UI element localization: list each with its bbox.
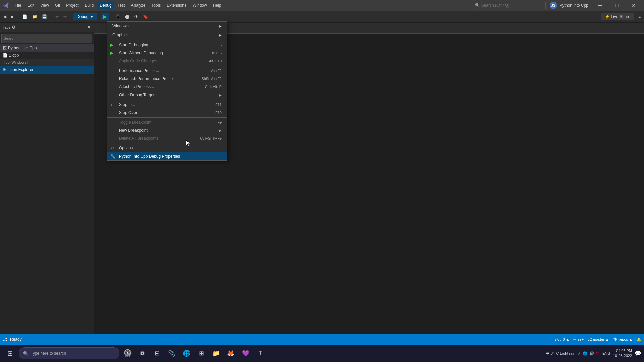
step-into-shortcut: F11	[215, 103, 222, 107]
window-controls: ─ □ ✕	[592, 0, 641, 11]
menu-item-relaunch-profiler[interactable]: Relaunch Performance Profiler Shift+Alt+…	[107, 75, 227, 83]
menu-item-debug-properties[interactable]: 🔧 Python into Cpp Debug Properties	[107, 152, 227, 160]
taskbar-icon-files[interactable]: 📁	[209, 346, 223, 361]
start-button[interactable]: ⊞	[3, 346, 17, 361]
menu-item-step-over[interactable]: → Step Over F10	[107, 109, 227, 117]
menu-item-delete-breakpoints[interactable]: Delete All Breakpoints Ctrl+Shift+F9	[107, 134, 227, 142]
taskbar-firefox-icon: 🦊	[227, 350, 234, 357]
menu-item-toggle-breakpoint[interactable]: Toggle Breakpoint F9	[107, 118, 227, 126]
taskbar: ⊞ 🔍 Type here to search 🎡 ⧉ ⊟ 📎 🌐 ⊞ 📁 🦊 …	[0, 345, 644, 362]
menu-item-step-into[interactable]: ↓ Step Into F11	[107, 101, 227, 109]
toggle-breakpoint-label: Toggle Breakpoint	[119, 120, 151, 125]
taskbar-icon-firefox[interactable]: 🦊	[224, 346, 237, 361]
menu-windows-label: Windows	[112, 24, 129, 28]
menu-graphics-arrow: ▶	[219, 33, 222, 37]
search-box[interactable]: 🔍	[472, 2, 546, 9]
taskbar-icon-purple[interactable]: 💜	[239, 346, 252, 361]
taskbar-icon-2-img: ⊟	[155, 350, 160, 357]
options-label: Options...	[119, 146, 136, 150]
menu-help[interactable]: Help	[210, 2, 224, 9]
attach-process-shortcut: Ctrl+Alt+P	[205, 85, 222, 89]
system-tray-icons: ∧ 🌐 🔊 🛡	[578, 351, 600, 356]
menu-item-options[interactable]: ⚙ Options...	[107, 144, 227, 152]
menu-tools[interactable]: Tools	[149, 2, 163, 9]
menu-item-start-without-debugging[interactable]: ▶ Start Without Debugging Ctrl+F5	[107, 49, 227, 57]
taskbar-search-box[interactable]: 🔍 Type here to search	[19, 347, 119, 359]
profile-badge[interactable]: JS	[550, 2, 557, 9]
menu-debug[interactable]: Debug	[97, 2, 114, 9]
solution-name: Python into Cpp	[560, 3, 588, 8]
menu-item-new-breakpoint[interactable]: New Breakpoint ▶	[107, 126, 227, 134]
relaunch-profiler-shortcut: Shift+Alt+F2	[201, 77, 222, 81]
menu-file[interactable]: File	[12, 2, 24, 9]
taskbar-right: 🌦 34°C Light rain ∧ 🌐 🔊 🛡 ENG 04:06 PM 1…	[546, 348, 641, 359]
relaunch-profiler-label: Relaunch Performance Profiler	[119, 76, 174, 81]
debug-properties-icon: 🔧	[110, 154, 115, 159]
taskbar-chrome-icon: 🌐	[183, 350, 190, 357]
maximize-button[interactable]: □	[609, 0, 625, 11]
menu-bar: File Edit View Git Project Build Debug T…	[12, 2, 471, 9]
menu-test[interactable]: Test	[115, 2, 128, 9]
new-breakpoint-label: New Breakpoint	[119, 128, 148, 133]
menu-item-graphics[interactable]: Graphics ▶	[107, 31, 227, 39]
taskbar-icon-text[interactable]: T	[254, 346, 267, 361]
delete-breakpoints-label: Delete All Breakpoints	[119, 136, 158, 141]
tray-chevron[interactable]: ∧	[578, 351, 581, 356]
menu-item-attach-process[interactable]: Attach to Process... Ctrl+Alt+P	[107, 83, 227, 91]
notifications-button[interactable]: 💬	[635, 350, 641, 357]
tray-shield-icon[interactable]: 🛡	[596, 351, 600, 355]
apply-code-changes-shortcut: Alt+F10	[209, 59, 222, 63]
tray-volume-icon[interactable]: 🔊	[589, 351, 594, 356]
taskbar-icon-vs[interactable]: 📎	[165, 346, 178, 361]
tray-network-icon[interactable]: 🌐	[583, 351, 587, 356]
menu-analyze[interactable]: Analyze	[128, 2, 148, 9]
taskbar-task-view[interactable]: ⧉	[136, 346, 149, 361]
taskbar-icon-chrome[interactable]: 🌐	[180, 346, 193, 361]
menu-graphics-label: Graphics	[112, 33, 128, 37]
windows-logo-icon: ⊞	[7, 349, 13, 357]
toggle-breakpoint-shortcut: F9	[217, 120, 222, 124]
delete-breakpoints-shortcut: Ctrl+Shift+F9	[200, 136, 222, 140]
apply-code-changes-label: Apply Code Changes	[119, 59, 157, 63]
menu-edit[interactable]: Edit	[24, 2, 37, 9]
taskbar-icon-2[interactable]: ⊟	[150, 346, 164, 361]
new-breakpoint-arrow: ▶	[219, 129, 222, 132]
dropdown-overlay: Windows ▶ Graphics ▶ ▶ Start Debugging F…	[0, 11, 644, 345]
menu-item-start-debugging[interactable]: ▶ Start Debugging F5	[107, 41, 227, 49]
close-button[interactable]: ✕	[626, 0, 641, 11]
taskbar-icon-apps[interactable]: ⊞	[195, 346, 208, 361]
menu-item-apply-code-changes[interactable]: Apply Code Changes Alt+F10	[107, 57, 227, 65]
start-without-debugging-icon: ▶	[110, 51, 113, 55]
search-input[interactable]	[481, 3, 542, 8]
menu-item-windows[interactable]: Windows ▶	[107, 22, 227, 31]
task-view-icon: ⧉	[140, 350, 145, 357]
step-over-label: Step Over	[119, 110, 137, 115]
taskbar-text-icon: T	[259, 350, 262, 357]
taskbar-weather[interactable]: 🌦 34°C Light rain	[546, 351, 575, 355]
taskbar-clock[interactable]: 04:06 PM 16-08-2022	[613, 348, 632, 359]
minimize-button[interactable]: ─	[592, 0, 608, 11]
options-icon: ⚙	[110, 146, 114, 150]
title-right: JS Python into Cpp	[550, 2, 588, 9]
start-debugging-shortcut: F5	[217, 43, 222, 47]
taskbar-icon-1[interactable]: 🎡	[121, 346, 134, 361]
start-debugging-label: Start Debugging	[119, 43, 148, 47]
menu-extensions[interactable]: Extensions	[164, 2, 189, 9]
vs-logo	[3, 2, 9, 9]
menu-view[interactable]: View	[38, 2, 52, 9]
menu-project[interactable]: Project	[63, 2, 81, 9]
menu-divider-2	[107, 66, 227, 66]
menu-window[interactable]: Window	[190, 2, 210, 9]
other-targets-arrow: ▶	[219, 93, 222, 97]
taskbar-search-icon: 🔍	[23, 351, 29, 356]
weather-icon: 🌦	[546, 351, 549, 355]
menu-build[interactable]: Build	[82, 2, 97, 9]
menu-divider-5	[107, 143, 227, 143]
performance-profiler-shortcut: Alt+F2	[211, 69, 222, 73]
menu-item-performance-profiler[interactable]: Performance Profiler... Alt+F2	[107, 67, 227, 75]
menu-item-other-targets[interactable]: Other Debug Targets ▶	[107, 91, 227, 99]
taskbar-lang[interactable]: ENG	[602, 351, 610, 355]
debug-properties-label: Python into Cpp Debug Properties	[119, 154, 180, 159]
taskbar-date: 16-08-2022	[613, 353, 632, 358]
menu-git[interactable]: Git	[52, 2, 63, 9]
